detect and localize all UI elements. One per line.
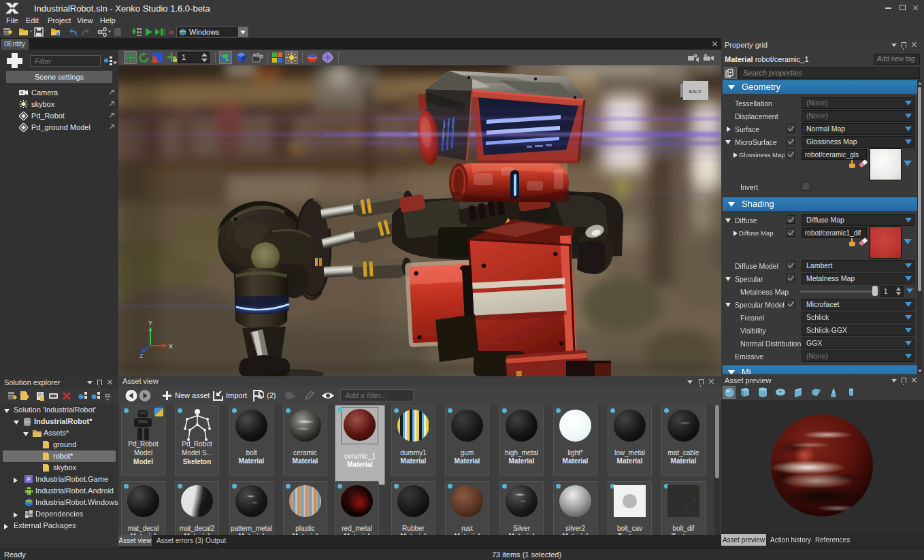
svg-text:X: X: [169, 343, 173, 350]
svg-text:BACK: BACK: [689, 89, 702, 94]
svg-text:Y: Y: [148, 320, 152, 327]
svg-text:Z: Z: [139, 352, 144, 359]
